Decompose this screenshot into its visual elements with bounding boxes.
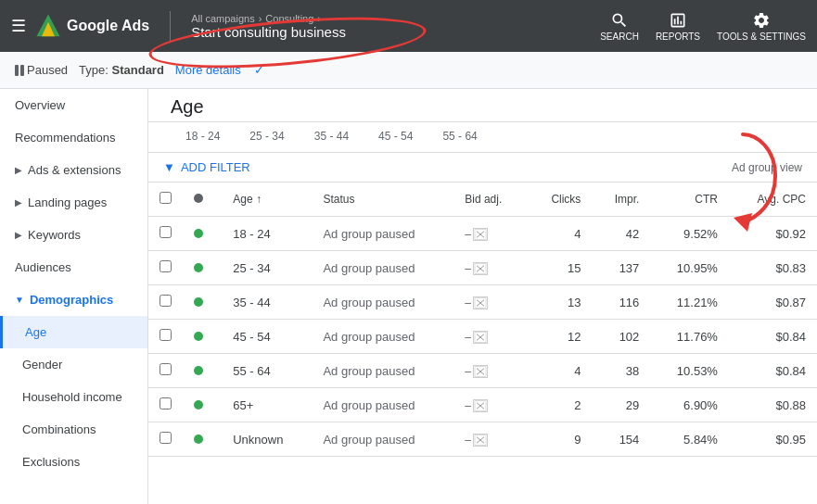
row-bid-adj: – xyxy=(453,251,528,285)
page-title-bar: Age xyxy=(148,89,817,122)
sidebar-item-keywords[interactable]: ▶ Keywords xyxy=(0,219,147,251)
row-bid-adj: – xyxy=(453,285,528,320)
table-header-row: Age ↑ Status Bid adj. Clicks xyxy=(148,183,817,217)
row-checkbox-5[interactable] xyxy=(160,397,172,410)
status-dot xyxy=(194,332,203,341)
age-table: Age ↑ Status Bid adj. Clicks xyxy=(148,183,817,457)
status-dot-icon xyxy=(194,194,203,203)
age-tab-1824[interactable]: 18 - 24 xyxy=(171,122,235,152)
row-avg-cpc: $0.84 xyxy=(729,354,817,388)
row-status: Ad group paused xyxy=(312,422,453,457)
sidebar-item-landing-pages[interactable]: ▶ Landing pages xyxy=(0,186,147,219)
row-clicks: 4 xyxy=(528,354,593,388)
breadcrumb-consulting[interactable]: Consulting xyxy=(265,13,313,24)
row-checkbox-3[interactable] xyxy=(160,329,172,341)
sidebar-item-gender[interactable]: Gender xyxy=(0,348,147,381)
row-clicks: 4 xyxy=(528,217,593,251)
sidebar-item-overview[interactable]: Overview xyxy=(0,89,147,121)
row-checkbox-cell xyxy=(148,354,183,388)
age-tab-2534[interactable]: 25 - 34 xyxy=(235,122,299,152)
row-status-dot-cell xyxy=(183,217,222,251)
row-ctr: 9.52% xyxy=(650,217,729,251)
google-ads-logo: Google Ads xyxy=(35,13,149,39)
google-ads-logo-icon xyxy=(35,13,61,39)
sidebar-item-label: Landing pages xyxy=(28,195,107,209)
sidebar-item-label: Age xyxy=(25,325,46,339)
header-impr[interactable]: Impr. xyxy=(592,183,650,217)
header: ☰ Google Ads All campaigns › Consulting … xyxy=(0,0,817,52)
status-dot xyxy=(194,400,203,410)
logo-text: Google Ads xyxy=(67,18,149,34)
sidebar-item-label: Ads & extensions xyxy=(28,163,121,177)
header-avg-cpc[interactable]: Avg. CPC xyxy=(729,183,817,217)
row-bid-adj: – xyxy=(453,388,528,422)
row-ctr: 10.53% xyxy=(650,354,729,388)
row-checkbox-4[interactable] xyxy=(160,363,172,375)
row-checkbox-6[interactable] xyxy=(160,432,172,444)
age-tab-3544[interactable]: 35 - 44 xyxy=(300,122,364,152)
breadcrumb-all-campaigns[interactable]: All campaigns xyxy=(191,13,254,24)
hamburger-icon[interactable]: ☰ xyxy=(11,16,26,36)
add-filter-button[interactable]: ▼ ADD FILTER xyxy=(163,160,250,174)
ad-group-view-button[interactable]: Ad group view xyxy=(732,161,802,174)
row-age: 35 - 44 xyxy=(222,285,312,320)
sidebar-item-household-income[interactable]: Household income xyxy=(0,381,147,413)
row-clicks: 2 xyxy=(528,388,593,422)
sidebar-item-demographics[interactable]: ▼ Demographics xyxy=(0,284,147,316)
header-bid-adj[interactable]: Bid adj. xyxy=(453,183,528,217)
ad-group-view-label: Ad group view xyxy=(732,161,802,174)
row-status: Ad group paused xyxy=(312,217,453,251)
more-details-link[interactable]: More details xyxy=(175,63,241,77)
row-age: 65+ xyxy=(222,388,312,422)
sidebar-item-audiences[interactable]: Audiences xyxy=(0,251,147,284)
row-checkbox-cell xyxy=(148,388,183,422)
header-status-dot xyxy=(183,183,222,217)
row-age: 55 - 64 xyxy=(222,354,312,388)
row-checkbox-0[interactable] xyxy=(160,226,172,238)
table-row: 35 - 44 Ad group paused – 13 116 11.21% … xyxy=(148,285,817,320)
header-ctr[interactable]: CTR xyxy=(650,183,729,217)
reports-button[interactable]: REPORTS xyxy=(656,11,700,42)
chevron-right-icon: ▶ xyxy=(15,165,22,175)
age-tab-5564[interactable]: 55 - 64 xyxy=(428,122,491,152)
row-impr: 102 xyxy=(592,320,650,354)
row-status-dot-cell xyxy=(183,388,222,422)
breadcrumb: All campaigns › Consulting › xyxy=(191,13,346,24)
header-status[interactable]: Status xyxy=(312,183,453,217)
status-dot xyxy=(194,263,203,272)
sidebar-item-label: Keywords xyxy=(28,228,81,242)
sidebar-item-age[interactable]: Age xyxy=(0,316,147,348)
row-avg-cpc: $0.83 xyxy=(729,251,817,285)
sidebar-item-recommendations[interactable]: Recommendations xyxy=(0,121,147,154)
reports-label: REPORTS xyxy=(656,32,700,42)
tools-settings-button[interactable]: TOOLS & SETTINGS xyxy=(717,11,806,42)
sidebar-item-label: Overview xyxy=(15,98,65,112)
sidebar-item-exclusions[interactable]: Exclusions xyxy=(0,446,147,478)
select-all-checkbox[interactable] xyxy=(160,192,172,204)
type-label: Type: Standard xyxy=(79,63,164,77)
row-checkbox-cell xyxy=(148,422,183,457)
search-button[interactable]: SEARCH xyxy=(600,11,639,42)
sidebar-item-ads-extensions[interactable]: ▶ Ads & extensions xyxy=(0,154,147,186)
status-dot xyxy=(194,229,203,238)
table-row: 55 - 64 Ad group paused – 4 38 10.53% $0… xyxy=(148,354,817,388)
row-checkbox-1[interactable] xyxy=(160,260,172,272)
row-status-dot-cell xyxy=(183,285,222,320)
content-area: Age 18 - 24 25 - 34 35 - 44 45 - 54 55 -… xyxy=(148,89,817,504)
data-table-wrap: Age ↑ Status Bid adj. Clicks xyxy=(148,183,817,457)
row-status: Ad group paused xyxy=(312,251,453,285)
status-text: Paused xyxy=(27,63,68,77)
sidebar-item-combinations[interactable]: Combinations xyxy=(0,413,147,446)
header-age[interactable]: Age ↑ xyxy=(222,183,312,217)
row-checkbox-2[interactable] xyxy=(160,295,172,307)
header-clicks[interactable]: Clicks xyxy=(528,183,593,217)
row-ctr: 10.95% xyxy=(650,251,729,285)
table-row: Unknown Ad group paused – 9 154 5.84% $0… xyxy=(148,422,817,457)
filter-bar: ▼ ADD FILTER Ad group view xyxy=(148,153,817,183)
row-status-dot-cell xyxy=(183,320,222,354)
filter-icon: ▼ xyxy=(163,160,175,174)
age-tab-4554[interactable]: 45 - 54 xyxy=(364,122,428,152)
header-right: SEARCH REPORTS TOOLS & SETTINGS xyxy=(600,11,806,42)
row-status: Ad group paused xyxy=(312,285,453,320)
row-status-dot-cell xyxy=(183,422,222,457)
